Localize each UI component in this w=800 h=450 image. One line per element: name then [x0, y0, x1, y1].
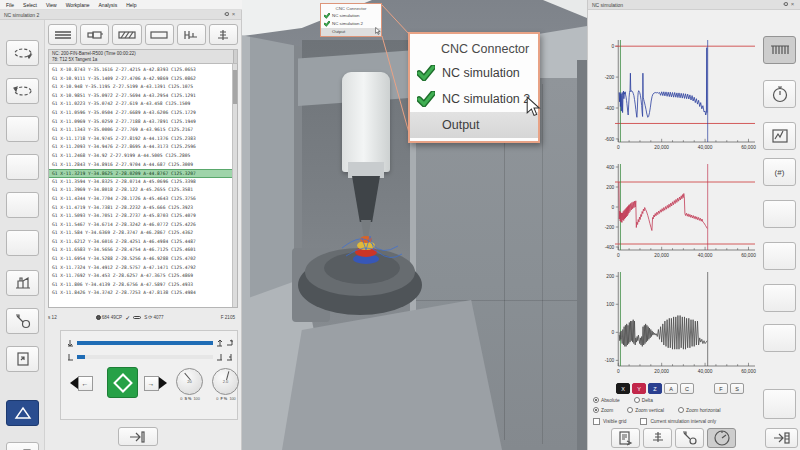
machine-bed-icon[interactable] — [177, 24, 206, 45]
gcode-line[interactable]: G1 X-11.3969 Y-34.8018 Z-28.122 A-45.265… — [52, 186, 237, 195]
chart-y-position[interactable]: 020,00040,00060,0004002000-200-400 — [591, 156, 759, 264]
checkbox-visible-grid[interactable]: Visible grid — [593, 418, 626, 425]
dropdown-item-mini[interactable]: Output — [321, 28, 381, 36]
analysis-triangle-button[interactable] — [6, 400, 39, 426]
radio-zoom-horizontal[interactable]: Zoom horizontal — [678, 407, 720, 413]
loop-icon[interactable] — [226, 339, 233, 347]
gcode-line[interactable]: G1 X-11.0596 Y-35.0504 Z-27.6689 A-43.62… — [52, 109, 237, 118]
current-progress-bar[interactable] — [77, 355, 213, 359]
send-to-machine-button[interactable] — [118, 427, 158, 446]
radio-zoom[interactable]: Zoom — [593, 407, 613, 413]
gcode-line[interactable]: G1 X-10.9111 Y-35.1409 Z-27.4706 A-42.98… — [52, 75, 237, 84]
checkbox-current-simulation-interval-only[interactable]: Current simulation interval only — [640, 418, 716, 425]
gcode-line[interactable]: G1 X-11.6954 Y-34.5288 Z-28.5256 A-46.92… — [52, 255, 237, 264]
layers-icon[interactable] — [48, 24, 77, 45]
gcode-line[interactable]: G1 X-11.6212 Y-34.6016 Z-28.4251 A-46.49… — [52, 238, 237, 247]
right-empty-button[interactable] — [763, 389, 796, 419]
gcode-line[interactable]: G1 X-11.2468 Y-34.92 Z-27.9199 A-44.5005… — [52, 152, 237, 161]
dropdown-item[interactable]: Output — [410, 112, 538, 138]
axis-button-a[interactable]: A — [664, 383, 678, 394]
side-button-6[interactable] — [6, 230, 39, 256]
current-end-icon[interactable] — [216, 353, 223, 361]
side-button-5[interactable] — [6, 192, 39, 218]
close-icon[interactable]: × — [789, 1, 796, 8]
export-data-button[interactable] — [765, 428, 798, 448]
stock-icon[interactable] — [112, 24, 141, 45]
gcode-line[interactable]: G1 X-11.5093 Y-34.7051 Z-28.2737 A-45.87… — [52, 212, 237, 221]
axis-button-x[interactable]: X — [616, 383, 630, 394]
menu-item-help[interactable]: Help — [126, 2, 136, 8]
axis-button-s[interactable]: S — [730, 383, 744, 394]
side-button-4[interactable] — [6, 154, 39, 180]
radio-delta[interactable]: Delta — [634, 397, 653, 403]
gcode-line[interactable]: G1 X-11.1718 Y-34.9745 Z-27.8192 A-44.13… — [52, 135, 237, 144]
chart-z-position[interactable]: 020,00040,00060,0000-200-400-600 — [591, 32, 759, 156]
interval-end-icon[interactable] — [216, 339, 223, 347]
gcode-line[interactable]: G1 X-10.948 Y-35.1195 Z-27.5199 A-43.139… — [52, 83, 237, 92]
gcode-line[interactable]: G1 X-11.4344 Y-34.7704 Z-28.1726 A-45.46… — [52, 195, 237, 204]
gcode-line[interactable]: G1 X-11.0223 Y-35.0742 Z-27.619 A-43.458… — [52, 100, 237, 109]
step-forward-button[interactable]: → — [143, 371, 167, 395]
gauge-analysis-button[interactable] — [707, 428, 736, 448]
menu-item-select[interactable]: Select — [23, 2, 37, 8]
axis-button-c[interactable]: C — [680, 383, 694, 394]
workpiece-icon[interactable] — [145, 24, 174, 45]
gcode-line[interactable]: G1 X-11.806 Y-34.4139 Z-28.6756 A-47.589… — [52, 281, 237, 290]
gcode-line[interactable]: G1 X-11.584 Y-34.6369 Z-28.3747 A-46.286… — [52, 229, 237, 238]
tool-vertical-icon[interactable] — [209, 24, 238, 45]
tool-holder-button[interactable] — [643, 428, 672, 448]
chart-tool-empty-3[interactable] — [763, 284, 796, 312]
chart-tool-empty-2[interactable] — [763, 242, 796, 270]
current-start-icon[interactable] — [67, 353, 74, 361]
program-header-scrollbar[interactable] — [233, 50, 237, 63]
gcode-line[interactable]: G1 X-11.7324 Y-34.4912 Z-28.5757 A-47.14… — [52, 264, 237, 273]
program-header[interactable]: NC: 200-FIN-Barrel-R500 (Time 00:00:22) … — [48, 49, 238, 64]
dropdown-item-mini[interactable]: NC simulation 2 — [321, 20, 381, 28]
gcode-line[interactable]: G1 X-10.9851 Y-35.0972 Z-27.5694 A-43.29… — [52, 92, 237, 101]
tool-side-icon[interactable] — [80, 24, 109, 45]
menu-item-view[interactable]: View — [46, 2, 57, 8]
rotate-view-2-button[interactable] — [6, 78, 39, 104]
total-progress-bar[interactable] — [77, 341, 213, 345]
chart-mode-button[interactable] — [763, 122, 796, 150]
report-document-button[interactable] — [611, 428, 640, 448]
settings-wrench-button[interactable] — [6, 308, 39, 334]
machine-viewport[interactable]: CNC Connector NC simulationNC simulation… — [242, 0, 587, 450]
gcode-line[interactable]: G1 X-11.3594 Y-34.8325 Z-28.0714 A-45.06… — [52, 178, 237, 187]
menu-item-file[interactable]: File — [6, 2, 14, 8]
gcode-line[interactable]: G1 X-11.1343 Y-35.0006 Z-27.769 A-43.961… — [52, 126, 237, 135]
feed-override-knob[interactable]: 2.0 — [212, 368, 239, 395]
chart-tool-empty-4[interactable] — [763, 324, 796, 352]
chart-tool-empty-1[interactable] — [763, 200, 796, 228]
gcode-line[interactable]: G1 X-11.3219 Y-34.8625 Z-28.0209 A-44.87… — [49, 169, 237, 178]
export-list-button[interactable] — [6, 442, 39, 450]
wrench-settings-button[interactable] — [675, 428, 704, 448]
play-button[interactable] — [107, 367, 138, 398]
interval-start-icon[interactable] — [67, 339, 74, 347]
gcode-line[interactable]: G1 X-11.2843 Y-34.8916 Z-27.9704 A-44.68… — [52, 161, 237, 170]
gcode-line[interactable]: G1 X-11.6583 Y-34.5656 Z-28.4754 A-46.71… — [52, 246, 237, 255]
gcode-line[interactable]: G1 X-11.7692 Y-34.453 Z-28.6257 A-47.367… — [52, 272, 237, 281]
gcode-line[interactable]: G1 X-11.2093 Y-34.9476 Z-27.8695 A-44.31… — [52, 143, 237, 152]
dropdown-item[interactable]: NC simulation 2 — [410, 86, 538, 112]
view-dropdown-mini[interactable]: CNC Connector NC simulationNC simulation… — [320, 3, 382, 37]
close-icon[interactable]: × — [230, 11, 237, 18]
machine-button[interactable] — [6, 270, 39, 296]
radio-absolute[interactable]: Absolute — [593, 397, 620, 403]
pin-icon[interactable] — [223, 11, 230, 18]
chart-x-position[interactable]: 020,00040,00060,0002001000-100 — [591, 264, 759, 380]
dropdown-item[interactable]: NC simulation — [410, 60, 538, 86]
pin-icon[interactable] — [782, 1, 789, 8]
single-step-icon[interactable] — [226, 353, 233, 361]
document-button[interactable] — [6, 346, 39, 372]
side-button-3[interactable] — [6, 116, 39, 142]
gcode-line[interactable]: G1 X-11.8426 Y-34.3742 Z-28.7253 A-47.81… — [52, 289, 237, 298]
axis-button-z[interactable]: Z — [648, 383, 662, 394]
gcode-line[interactable]: G1 X-11.5467 Y-34.6714 Z-28.3242 A-46.07… — [52, 221, 237, 230]
menu-item-workplane[interactable]: Workplane — [66, 2, 90, 8]
menu-item-analysis[interactable]: Analysis — [99, 2, 118, 8]
dropdown-item-mini[interactable]: NC simulation — [321, 12, 381, 20]
rotate-view-button[interactable] — [6, 40, 39, 66]
axis-button-f[interactable]: F — [714, 383, 728, 394]
spindle-override-knob[interactable]: 20 — [176, 368, 203, 395]
